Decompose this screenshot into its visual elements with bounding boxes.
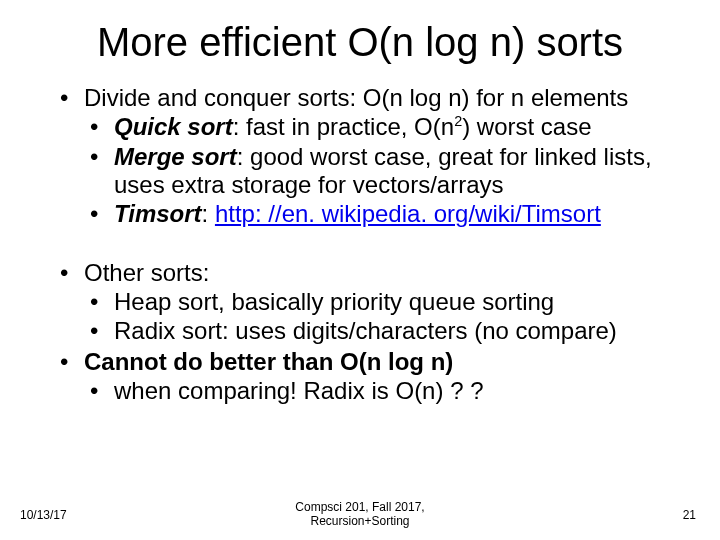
text: when comparing! Radix is O(n) ? ? (114, 377, 484, 404)
label: Quick sort (114, 113, 233, 140)
text-b: ) worst case (462, 113, 591, 140)
text: Cannot do better than O(n log n) (84, 348, 453, 375)
bullet-cannot-do-better: Cannot do better than O(n log n) (60, 348, 680, 376)
slide-title: More efficient O(n log n) sorts (0, 20, 720, 65)
slide: More efficient O(n log n) sorts Divide a… (0, 0, 720, 540)
superscript: 2 (454, 113, 462, 129)
bullet-divide-conquer: Divide and conquer sorts: O(n log n) for… (60, 84, 680, 112)
footer-center: Compsci 201, Fall 2017, Recursion+Sortin… (0, 500, 720, 528)
bullet-timsort: Timsort: http: //en. wikipedia. org/wiki… (90, 200, 680, 228)
timsort-link[interactable]: http: //en. wikipedia. org/wiki/Timsort (215, 200, 601, 227)
slide-body: Divide and conquer sorts: O(n log n) for… (60, 82, 680, 405)
bullet-when-comparing: when comparing! Radix is O(n) ? ? (90, 377, 680, 405)
bullet-merge-sort: Merge sort: good worst case, great for l… (90, 143, 680, 200)
footer-page-number: 21 (683, 508, 696, 522)
bullet-heap-sort: Heap sort, basically priority queue sort… (90, 288, 680, 316)
text: Heap sort, basically priority queue sort… (114, 288, 554, 315)
bullet-quick-sort: Quick sort: fast in practice, O(n2) wors… (90, 113, 680, 141)
text: Other sorts: (84, 259, 209, 286)
colon: : (202, 200, 215, 227)
label: Merge sort (114, 143, 237, 170)
bullet-other-sorts: Other sorts: (60, 259, 680, 287)
label: Timsort (114, 200, 202, 227)
text: Radix sort: uses digits/characters (no c… (114, 317, 617, 344)
text-a: : fast in practice, O(n (233, 113, 454, 140)
text: Divide and conquer sorts: O(n log n) for… (84, 84, 628, 111)
bullet-radix-sort: Radix sort: uses digits/characters (no c… (90, 317, 680, 345)
spacer (60, 229, 680, 257)
